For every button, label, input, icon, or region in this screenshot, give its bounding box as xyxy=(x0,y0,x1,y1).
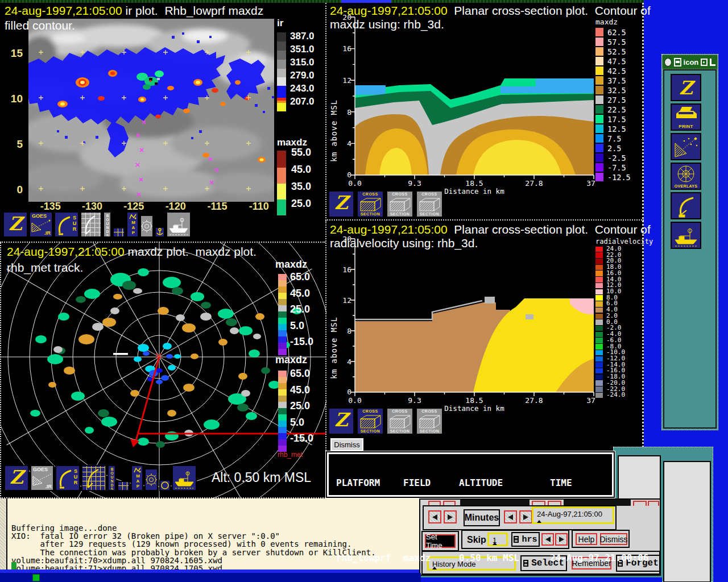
colorbar-swatch xyxy=(595,319,603,325)
radar-colorbar2-swatches xyxy=(278,371,287,452)
colorbar-tick: -15.0 xyxy=(290,430,313,447)
radar-colorbar2-title: maxdz xyxy=(275,354,307,366)
grid-antenna-icon[interactable] xyxy=(81,465,106,491)
xsec-maxdz-contours xyxy=(355,78,594,175)
colorbar-tick: 207.0 xyxy=(290,95,315,108)
zeb-logo-icon[interactable]: Z xyxy=(328,190,354,218)
xsec-rv-contours xyxy=(355,297,594,392)
antenna-icon[interactable] xyxy=(671,192,701,219)
y-tick-label: 5 xyxy=(2,138,23,184)
anchor-icon[interactable] xyxy=(155,227,165,238)
panel-xsec-maxdz-title: 24-aug-1997,21:05:00 Planar cross-sectio… xyxy=(330,4,651,18)
maximize-button[interactable] xyxy=(701,59,707,66)
colorbar-tick: -2.5 xyxy=(607,153,626,163)
colorbar-swatch xyxy=(278,280,287,286)
colorbar-swatch xyxy=(595,134,603,143)
colorbar-tick: -24.0 xyxy=(606,392,625,398)
cross-section-icon[interactable]: CROSS SECTION xyxy=(386,190,413,218)
bounds-icon[interactable]: BOUNDS xyxy=(103,211,111,238)
surveillance-radar-icon[interactable]: SUR xyxy=(55,465,80,491)
svg-text:0.0: 0.0 xyxy=(348,396,361,405)
colorbar-tick: 279.0 xyxy=(290,69,315,82)
zeb-logo-icon[interactable]: Z xyxy=(328,408,354,435)
colorbar-swatch xyxy=(277,77,286,86)
cross-section-icon[interactable]: CROSS SECTION xyxy=(416,190,443,218)
colorbar-swatch xyxy=(277,168,286,184)
colorbar-swatch xyxy=(278,274,287,280)
colorbar-tick: 55.0 xyxy=(291,144,311,161)
grid-antenna-icon[interactable] xyxy=(80,211,102,238)
optional-overlays-gear-icon[interactable] xyxy=(140,215,154,238)
cross-section-icon-active[interactable]: CROSS SECTION xyxy=(357,190,384,218)
window-title: icon xyxy=(684,58,699,66)
rv-colorbar-title: radialvelocity xyxy=(595,238,653,246)
cell-field: maxdz xyxy=(403,553,459,563)
colorbar-swatch xyxy=(595,271,603,276)
cross-section-icon[interactable]: CROSS SECTION xyxy=(416,408,443,435)
resize-button[interactable] xyxy=(710,59,715,66)
colorbar-tick: 2.5 xyxy=(607,144,621,153)
panel-xsec-rv-subtitle: radialvelocity using: rhb_3d. xyxy=(330,236,478,250)
colorbar-swatch xyxy=(595,259,603,264)
colorbar-tick: 17.5 xyxy=(607,115,626,124)
cross-section-icon[interactable]: CROSS SECTION xyxy=(386,408,413,435)
colorbar-swatch xyxy=(595,350,603,356)
iconify-button[interactable] xyxy=(674,58,681,66)
bounds-icon[interactable]: BOUNDS xyxy=(107,465,116,491)
surveillance-radar-icon[interactable]: SUR xyxy=(54,211,79,238)
print-icon[interactable]: PRINT xyxy=(671,103,701,131)
zeb-logo-icon[interactable]: Z xyxy=(3,211,28,238)
circle-icon[interactable] xyxy=(159,480,171,491)
overlays-icon[interactable]: OVERLAYS xyxy=(671,163,701,190)
small-grid-icon[interactable] xyxy=(117,481,130,491)
overlay-dismiss-button[interactable]: Dismiss xyxy=(330,438,363,451)
colorbar-swatch xyxy=(595,344,603,350)
panel-maxdz-subtitle: rhb_met track. xyxy=(7,261,83,275)
colorbar-swatch xyxy=(595,95,603,104)
colorbar-swatch xyxy=(278,427,287,433)
svg-text:18.5: 18.5 xyxy=(465,396,483,405)
map-icon[interactable]: MAP xyxy=(126,211,139,238)
icon-window-titlebar[interactable]: icon xyxy=(662,55,718,69)
satellite-dish-icon[interactable] xyxy=(671,133,701,160)
panel-ir-subtitle: filled contour. xyxy=(5,19,75,32)
ir-y-axis: 151050 xyxy=(2,47,23,229)
colorbar-swatch xyxy=(595,393,603,398)
colorbar-swatch xyxy=(595,86,603,94)
goes-ir-icon[interactable]: GOES .IR xyxy=(29,211,53,238)
cross-section-icon-active[interactable]: CROSS SECTION xyxy=(357,408,384,435)
zeb-logo-icon[interactable]: Z xyxy=(671,74,701,101)
colorbar-swatch xyxy=(278,318,287,324)
colorbar-tick: 12.5 xyxy=(607,124,626,134)
small-grid-icon[interactable] xyxy=(113,227,125,238)
terminal-scrollbar[interactable] xyxy=(0,498,7,569)
goes-ir-icon[interactable]: GOES .IR xyxy=(30,465,54,491)
icon-window-body: Z PRINT OVERLAYS xyxy=(663,69,717,429)
optional-overlays-gear-icon[interactable] xyxy=(144,468,158,491)
colorbar-entry: 2.5 xyxy=(595,143,631,153)
map-icon[interactable]: MAP xyxy=(131,465,143,491)
colorbar-swatch xyxy=(595,277,603,282)
terminal-cursor xyxy=(11,562,16,569)
svg-text:0: 0 xyxy=(347,171,351,179)
colorbar-swatch xyxy=(278,311,287,318)
colorbar-swatch xyxy=(595,153,603,162)
ship-icon[interactable] xyxy=(166,211,191,238)
colorbar-swatch xyxy=(277,199,286,215)
ship-icon[interactable] xyxy=(671,222,701,249)
ship-icon[interactable] xyxy=(172,465,197,491)
ir-satellite-image[interactable] xyxy=(28,19,274,202)
zeb-logo-icon[interactable]: Z xyxy=(4,465,29,491)
svg-text:9.3: 9.3 xyxy=(408,179,421,188)
colorbar-entry: 22.5 xyxy=(595,105,631,114)
colorbar-swatch xyxy=(278,330,287,336)
platform-status-overlay: PLATFORMFIELDALTITUDETIME rhb_lowprfmaxd… xyxy=(325,451,615,498)
colorbar-swatch xyxy=(595,173,603,181)
desktop: 24-aug-1997,21:05:00 ir plot. Rhb_lowprf… xyxy=(0,0,728,582)
x-axis-title: Distance in km xyxy=(444,404,504,413)
ir-colorbar-title: ir xyxy=(277,18,283,29)
menu-circle-button[interactable] xyxy=(664,58,672,66)
ir-x-axis: -135-130-125-120-115-110 xyxy=(30,201,280,213)
colorbar-entry: -7.5 xyxy=(595,163,631,172)
y-tick-label: 10 xyxy=(2,93,23,138)
